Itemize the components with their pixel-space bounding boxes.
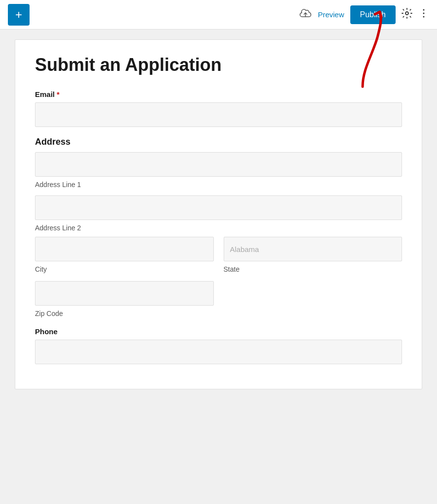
main-content: Submit an Application Email * Address Ad… xyxy=(15,39,422,389)
email-input[interactable] xyxy=(35,102,402,127)
phone-input[interactable] xyxy=(35,340,402,364)
add-button[interactable]: + xyxy=(8,4,30,26)
state-input[interactable] xyxy=(224,237,403,261)
address-section: Address Address Line 1 Address Line 2 Ci… xyxy=(35,137,402,317)
settings-icon[interactable] xyxy=(402,8,412,21)
required-asterisk: * xyxy=(57,90,60,98)
preview-link[interactable]: Preview xyxy=(318,10,344,19)
address-section-title: Address xyxy=(35,137,402,147)
email-section: Email * xyxy=(35,90,402,127)
address-line1-label: Address Line 1 xyxy=(35,181,402,189)
phone-section: Phone xyxy=(35,327,402,364)
cloud-save-icon[interactable] xyxy=(299,8,312,22)
toolbar: + Preview Publish xyxy=(0,0,437,30)
state-label: State xyxy=(224,265,403,273)
svg-point-3 xyxy=(423,13,425,14)
zip-input[interactable] xyxy=(35,281,214,306)
page-title: Submit an Application xyxy=(35,55,402,75)
zip-label: Zip Code xyxy=(35,310,214,317)
more-options-icon[interactable] xyxy=(418,8,429,21)
address-line1-input[interactable] xyxy=(35,152,402,177)
publish-button[interactable]: Publish xyxy=(350,5,396,24)
address-line2-input[interactable] xyxy=(35,195,402,220)
svg-point-1 xyxy=(405,12,408,15)
address-line2-label: Address Line 2 xyxy=(35,224,402,232)
toolbar-right: Preview Publish xyxy=(299,5,429,24)
state-field-group: State xyxy=(224,237,403,276)
svg-point-2 xyxy=(423,9,425,11)
svg-point-4 xyxy=(423,16,425,18)
toolbar-left: + xyxy=(8,4,30,26)
phone-label: Phone xyxy=(35,327,402,336)
city-field-group: City xyxy=(35,237,214,276)
city-label: City xyxy=(35,265,214,273)
zip-field-group: Zip Code xyxy=(35,281,214,317)
email-label: Email * xyxy=(35,90,402,98)
city-input[interactable] xyxy=(35,237,214,261)
